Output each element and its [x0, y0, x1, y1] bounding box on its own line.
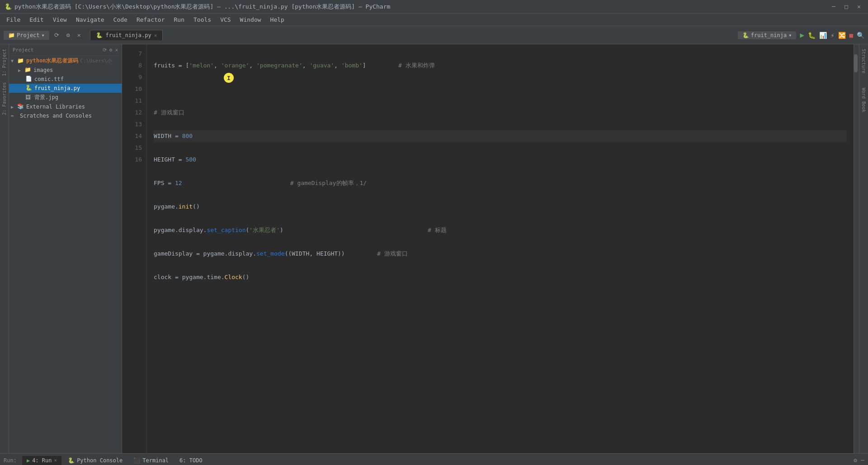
maximize-button[interactable]: □	[842, 3, 851, 10]
terminal-label: Terminal	[142, 457, 169, 464]
python-console-icon: 🐍	[68, 457, 75, 464]
root-name: python水果忍者源码	[26, 57, 78, 65]
search-everywhere-button[interactable]: 🔍	[857, 32, 864, 39]
sync-icon[interactable]: ⟳	[52, 30, 61, 40]
tree-fruit-ninja[interactable]: 🐍 fruit_ninja.py	[9, 84, 122, 93]
background-label: 背景.jpg	[34, 94, 58, 101]
run-label: Run:	[4, 457, 20, 464]
code-content[interactable]: fruits = ['melon', 'orange', 'pomegranat…	[147, 44, 854, 453]
tree-external-libs[interactable]: ▶ 📚 External Libraries	[9, 102, 122, 111]
line-num-16: 16	[122, 154, 142, 166]
menu-vcs[interactable]: VCS	[217, 15, 234, 24]
toolbar-right: 🐍 fruit_ninja ▾ ▶ 🐛 📊 ⚡ 🔀 ■ 🔍	[738, 31, 864, 39]
line-num-7: 7	[122, 48, 142, 60]
minimize-button[interactable]: ─	[829, 3, 838, 10]
external-libs-icon: 📚	[17, 103, 24, 110]
line-num-12: 12	[122, 107, 142, 119]
close-button[interactable]: ✕	[854, 3, 863, 10]
code-line-13: pygame.init()	[154, 201, 847, 213]
run-config-icon: 🐍	[742, 32, 749, 38]
chevron-down-icon: ▾	[42, 32, 45, 38]
menu-help[interactable]: Help	[267, 15, 288, 24]
tree-root[interactable]: ▼ 📁 python水果忍者源码 C:\Users\小	[9, 56, 122, 66]
code-editor: 7 8 9 10 11 12 13 14 15 16 fruits = ['me…	[122, 44, 859, 453]
project-header: Project ⟳ ⚙ ✕	[9, 44, 122, 56]
images-arrow: ▶	[18, 68, 24, 73]
app-icon: 🐍	[5, 3, 12, 10]
file-tab[interactable]: 🐍 fruit_ninja.py ✕	[90, 30, 163, 40]
word-book-tab[interactable]: Word Book	[860, 85, 867, 115]
line-num-11: 11	[122, 95, 142, 107]
code-line-7: fruits = ['melon', 'orange', 'pomegranat…	[154, 60, 847, 71]
todo-label: 6: TODO	[179, 457, 203, 464]
terminal-tab[interactable]: ⬛ Terminal	[129, 456, 173, 465]
external-libs-label: External Libraries	[26, 104, 85, 110]
menu-view[interactable]: View	[49, 15, 71, 24]
scrollbar-thumb[interactable]	[854, 54, 858, 72]
menu-navigate[interactable]: Navigate	[72, 15, 108, 24]
menu-window[interactable]: Window	[236, 15, 265, 24]
menu-refactor[interactable]: Refactor	[133, 15, 169, 24]
file-tab-close[interactable]: ✕	[154, 33, 157, 38]
code-line-10: WIDTH = 800	[154, 130, 847, 142]
py-file-icon: 🐍	[25, 85, 33, 92]
run-tab-icon: ▶	[27, 457, 30, 464]
run-minimize-icon[interactable]: ─	[861, 457, 864, 464]
concurrency-button[interactable]: 🔀	[838, 32, 846, 39]
root-arrow: ▼	[11, 58, 17, 63]
images-label: images	[33, 67, 53, 73]
run-tab-label: 4: Run	[32, 457, 52, 464]
tree-images[interactable]: ▶ 📁 images	[9, 66, 122, 75]
project-sync-icon[interactable]: ⟳	[103, 47, 107, 53]
menu-edit[interactable]: Edit	[26, 15, 47, 24]
terminal-icon: ⬛	[133, 457, 140, 464]
stop-button[interactable]: ■	[849, 32, 853, 39]
code-line-16: clock = pygame.time.Clock()	[154, 271, 847, 283]
folder-icon: 📁	[8, 32, 15, 38]
profile-button[interactable]: ⚡	[830, 32, 834, 39]
fruit-ninja-label: fruit_ninja.py	[34, 85, 80, 91]
line-num-15: 15	[122, 142, 142, 154]
project-header-label: Project	[13, 47, 33, 53]
menu-bar: File Edit View Navigate Code Refactor Ru…	[0, 14, 868, 26]
debug-button[interactable]: 🐛	[808, 32, 816, 39]
run-tab-close[interactable]: ✕	[54, 457, 57, 463]
tree-background[interactable]: 🖼 背景.jpg	[9, 93, 122, 102]
run-coverage-button[interactable]: 📊	[819, 32, 827, 39]
project-gear-icon[interactable]: ⚙	[109, 47, 113, 53]
menu-code[interactable]: Code	[110, 15, 131, 24]
code-line-8	[154, 83, 847, 95]
settings-icon[interactable]: ⚙	[64, 30, 72, 40]
project-button[interactable]: 📁 Project ▾	[4, 31, 49, 40]
menu-run[interactable]: Run	[170, 15, 188, 24]
title-bar-controls: ─ □ ✕	[829, 3, 863, 10]
bottom-tabs: Run: ▶ 4: Run ✕ 🐍 Python Console ⬛ Termi…	[0, 454, 868, 465]
line-num-14: 14	[122, 130, 142, 142]
line-num-8: 8	[122, 60, 142, 71]
scratches-label: Scratches and Consoles	[20, 113, 92, 119]
menu-tools[interactable]: Tools	[190, 15, 215, 24]
tree-scratches[interactable]: ✏ Scratches and Consoles	[9, 111, 122, 120]
menu-file[interactable]: File	[3, 15, 24, 24]
favorites-side-tab[interactable]: 2: Favorites	[1, 80, 8, 118]
project-side-tab[interactable]: 1: Project	[1, 46, 8, 79]
run-tab[interactable]: ▶ 4: Run ✕	[22, 456, 61, 465]
code-line-11: HEIGHT = 500	[154, 154, 847, 166]
todo-tab[interactable]: 6: TODO	[175, 456, 207, 465]
project-hide-icon[interactable]: ✕	[115, 47, 118, 53]
file-tab-label: fruit_ninja.py	[105, 32, 151, 38]
structure-tab[interactable]: Structure	[860, 46, 867, 76]
code-line-9: # 游戏窗口	[154, 107, 847, 119]
run-button[interactable]: ▶	[800, 31, 804, 39]
vertical-scrollbar[interactable]	[854, 44, 859, 453]
title-bar-left: 🐍 python水果忍者源码 [C:\Users\小米\Desktop\pyth…	[5, 3, 390, 11]
python-file-icon: 🐍	[96, 32, 103, 38]
run-settings-icon[interactable]: ⚙	[854, 457, 857, 464]
close-panel-icon[interactable]: ✕	[75, 30, 83, 40]
python-console-tab[interactable]: 🐍 Python Console	[63, 456, 127, 465]
line-num-13: 13	[122, 119, 142, 130]
code-line-14: pygame.display.set_caption('水果忍者') # 标题	[154, 224, 847, 236]
tree-comic[interactable]: 📄 comic.ttf	[9, 75, 122, 84]
run-config-box[interactable]: 🐍 fruit_ninja ▾	[738, 31, 797, 39]
project-panel: Project ⟳ ⚙ ✕ ▼ 📁 python水果忍者源码 C:\Users\…	[9, 44, 122, 453]
